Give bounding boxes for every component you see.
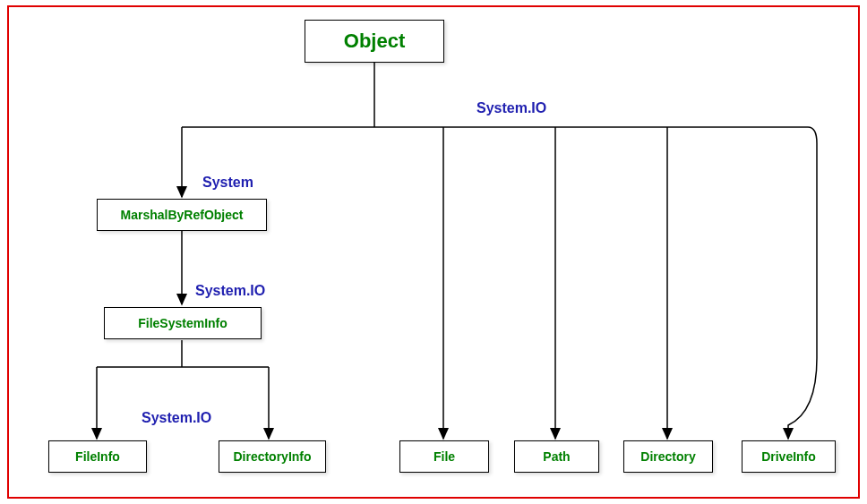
node-fileinfo: FileInfo (48, 440, 147, 473)
node-object: Object (305, 20, 444, 63)
node-directoryinfo: DirectoryInfo (219, 440, 326, 473)
namespace-label-system: System (202, 175, 253, 191)
node-marshalbyrefobject: MarshalByRefObject (97, 199, 267, 231)
node-file: File (399, 440, 489, 473)
node-filesysteminfo: FileSystemInfo (104, 307, 262, 339)
namespace-label-system-io-mid: System.IO (195, 283, 265, 299)
namespace-label-system-io-bottom: System.IO (142, 410, 211, 426)
diagram-frame (7, 5, 860, 499)
node-path: Path (514, 440, 599, 473)
namespace-label-system-io-top: System.IO (476, 100, 546, 116)
node-driveinfo: DriveInfo (742, 440, 836, 473)
node-directory: Directory (623, 440, 713, 473)
